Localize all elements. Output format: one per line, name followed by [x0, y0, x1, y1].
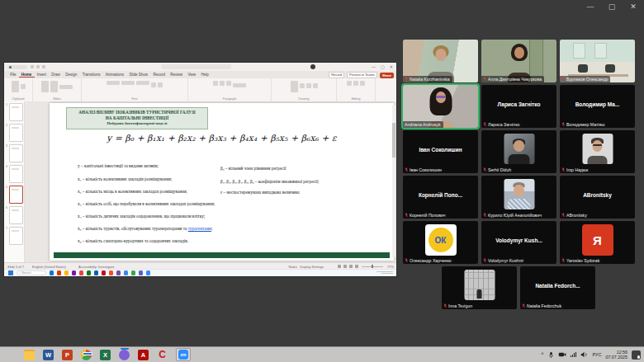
tile-natalia-fedorchuk[interactable]: Natalia Fedorch... Natalia Fedorchuk — [520, 266, 595, 309]
record-button[interactable]: Record — [329, 72, 344, 78]
tile-ivan-sokolyshyn[interactable]: Іван Соколишин Іван Соколишин — [403, 130, 478, 173]
acrobat-icon[interactable]: A — [138, 350, 149, 360]
tile-inna-tsvigun[interactable]: Inna Tsvigun — [442, 266, 517, 309]
ppt-close-button[interactable]: ✕ — [390, 64, 393, 69]
tile-serhii-diduh[interactable]: Serhii Diduh — [481, 130, 556, 173]
tile-volodymyr-kushnir[interactable]: Volodymyr Kush... Volodymyr Kushnir — [481, 221, 556, 264]
start-button[interactable] — [7, 350, 16, 360]
tab-review[interactable]: Review — [168, 73, 185, 77]
slide-thumbnail-1[interactable]: 1 — [4, 101, 24, 122]
system-tray: ^ РУС 12:56 07.07.2025 — [541, 347, 641, 362]
tab-animations[interactable]: Animations — [103, 73, 127, 77]
slide-thumbnail-panel: 1 2 3 4 5 6 7 — [4, 101, 25, 262]
tray-network-icon[interactable] — [571, 352, 577, 358]
tab-draw[interactable]: Draw — [49, 73, 63, 77]
slide-thumbnail-7[interactable]: 7 — [4, 225, 24, 246]
tile-volodymyr-matiiash[interactable]: Володимир Ма... Володимир Матіяш — [560, 85, 635, 128]
account-avatar[interactable] — [310, 64, 315, 69]
muted-mic-icon — [405, 167, 409, 172]
word-icon[interactable]: W — [43, 350, 54, 360]
file-explorer-icon[interactable] — [24, 350, 35, 360]
excel-icon[interactable]: X — [100, 350, 111, 360]
ribbon-group-clipboard[interactable]: Clipboard — [4, 78, 33, 101]
tray-camera-icon[interactable] — [558, 351, 566, 358]
slide-bullet-y: y – капітальні інвестиції за видами акти… — [78, 163, 159, 168]
participant-name-label: Inna Tsvigun — [442, 303, 475, 309]
tab-insert[interactable]: Insert — [35, 73, 50, 77]
meeting-app-window: — ▢ ✕ — ▢ ✕ File Home Insert Draw Design… — [0, 0, 644, 362]
autosave-toggle[interactable] — [7, 65, 27, 69]
canvas-scrollbar[interactable] — [392, 105, 395, 257]
zoom-app-active[interactable]: zm — [176, 348, 191, 361]
windows-taskbar: W P X A C zm ^ РУС 12:56 07.07.2025 — [0, 346, 644, 362]
tab-design[interactable]: Design — [63, 73, 79, 77]
tile-ihor-nadiuk[interactable]: Ігор Надюк — [560, 130, 635, 173]
tile-abronitsky[interactable]: ABronitsky ABronitsky — [560, 176, 635, 219]
participant-avatar — [582, 134, 613, 164]
tile-burlakov-oleksandr[interactable]: Бурлаков Олександр — [560, 40, 635, 82]
participant-name-label: Корнелій Попович — [403, 212, 448, 219]
shared-start-button[interactable] — [8, 270, 13, 275]
muted-mic-icon — [405, 77, 409, 82]
shared-taskbar-apps[interactable] — [50, 270, 151, 275]
quick-access-toolbar[interactable] — [31, 65, 45, 68]
minimize-button[interactable]: — — [585, 2, 596, 11]
tab-transitions[interactable]: Transitions — [79, 73, 102, 77]
tile-natalia-korzhanivska[interactable]: Natalia Korzhanivska — [403, 40, 478, 82]
tile-andriana-andrusyk-active-speaker[interactable]: Andriana Andrusyk — [403, 85, 478, 128]
language-indicator[interactable]: РУС — [592, 352, 601, 357]
participant-name-label: Ігор Надюк — [560, 167, 590, 173]
opera-icon[interactable]: C — [157, 350, 168, 360]
tab-help[interactable]: Help — [198, 73, 211, 77]
participant-avatar — [504, 134, 534, 164]
participant-name-label: Іван Соколишин — [403, 167, 444, 173]
ppt-minimize-button[interactable]: — — [372, 64, 376, 69]
ribbon-group-paragraph[interactable]: Paragraph — [188, 78, 272, 101]
chrome-icon[interactable] — [81, 350, 92, 360]
tile-alla-chykurkova[interactable]: Алла Дмитрівна Чикуркова — [481, 40, 556, 82]
slide-thumbnail-3[interactable]: 3 — [4, 143, 24, 163]
ribbon-group-editing[interactable]: Editing — [337, 78, 376, 101]
ribbon-group-drawing[interactable]: Drawing — [272, 78, 337, 101]
maximize-button[interactable]: ▢ — [606, 2, 618, 11]
ppt-maximize-button[interactable]: ▢ — [381, 64, 385, 69]
slide-thumbnail-4[interactable]: 4 — [4, 163, 24, 184]
zoom-slider[interactable] — [362, 266, 383, 267]
tab-home[interactable]: Home — [19, 73, 35, 78]
tray-speaker-icon[interactable] — [580, 351, 588, 358]
slide-thumbnail-2[interactable]: 2 — [4, 122, 24, 143]
slide-title-line2: НА КАПІТАЛЬНІ ІНВЕСТИЦІЇ — [68, 115, 206, 121]
tile-yaroslav-sydorak[interactable]: Я Yaroslav Sydorak — [560, 221, 635, 264]
participant-name-label: Бурлаков Олександр — [560, 76, 610, 82]
tile-kornelii-popovych[interactable]: Корнелій Попо... Корнелій Попович — [403, 176, 478, 219]
tab-view[interactable]: View — [185, 73, 198, 77]
slide-bullet-x1: x₁ – кількість колективних закладів розм… — [78, 176, 172, 181]
shared-search-box[interactable]: ⌕ Search — [17, 270, 46, 275]
view-switcher[interactable] — [338, 265, 358, 268]
tile-larysa-zahnitko[interactable]: Лариса Загнітко Лариса Загнітко — [481, 85, 556, 128]
zoom-icon[interactable]: zm — [178, 350, 188, 360]
tray-chevron-up-icon[interactable]: ^ — [541, 352, 543, 357]
participant-display-name: Іван Соколишин — [403, 147, 478, 153]
close-button[interactable]: ✕ — [627, 2, 639, 11]
tile-kurylo-yurii[interactable]: Курило Юрій Анатолійович — [481, 176, 556, 219]
ppt-search-box[interactable] — [161, 64, 231, 69]
viber-icon[interactable] — [119, 350, 130, 360]
powerpoint-icon[interactable]: P — [62, 350, 73, 360]
share-button[interactable]: Share — [380, 73, 394, 78]
participant-name-label: Andriana Andrusyk — [403, 121, 443, 128]
turagent-link[interactable]: турагентами — [188, 226, 211, 231]
slide-thumbnail-5-selected[interactable]: 5 — [4, 184, 24, 205]
present-in-teams-button[interactable]: Present in Teams — [347, 72, 377, 78]
tray-mic-icon[interactable] — [548, 351, 554, 359]
ribbon-group-font[interactable]: Font — [82, 78, 188, 101]
muted-mic-icon — [561, 213, 566, 218]
slide-thumbnail-6[interactable]: 6 — [4, 205, 24, 225]
clock[interactable]: 12:56 07.07.2025 — [605, 350, 627, 360]
tab-slide-show[interactable]: Slide Show — [126, 73, 150, 77]
notification-icon[interactable] — [632, 350, 641, 360]
tab-record[interactable]: Record — [150, 73, 168, 77]
tile-oleksandr-kharchenko[interactable]: ОК Олександр Харченко — [403, 221, 478, 264]
ribbon-group-slides[interactable]: Slides — [33, 78, 82, 101]
tab-file[interactable]: File — [7, 73, 19, 77]
